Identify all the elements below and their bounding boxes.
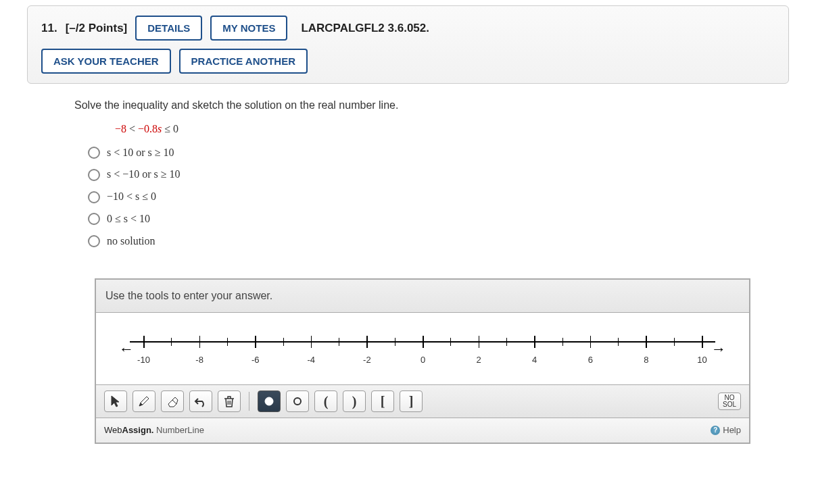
- numberline-footer: WebAssign. NumberLine ? Help: [96, 418, 749, 442]
- tool-erase-button[interactable]: [161, 390, 184, 412]
- answer-option-3[interactable]: −10 < s ≤ 0: [88, 187, 802, 207]
- answer-option-2[interactable]: s < −10 or s ≥ 10: [88, 165, 802, 184]
- answer-option-1[interactable]: s < 10 or s ≥ 10: [88, 143, 802, 163]
- tool-pointer-button[interactable]: [104, 390, 127, 412]
- answer-option-4[interactable]: 0 ≤ s < 10: [88, 209, 802, 229]
- radio-icon: [88, 169, 100, 181]
- answer-option-5[interactable]: no solution: [88, 232, 802, 251]
- radio-icon: [88, 213, 100, 225]
- numberline-header: Use the tools to enter your answer.: [96, 280, 749, 313]
- eraser-icon: [166, 395, 179, 408]
- tool-undo-button[interactable]: [189, 390, 212, 412]
- option-label: s < 10 or s ≥ 10: [107, 143, 174, 163]
- tick-label: -2: [363, 352, 371, 368]
- bracket-left-icon: [: [381, 389, 385, 413]
- open-point-icon: [291, 395, 304, 408]
- question-prompt: Solve the inequality and sketch the solu…: [74, 96, 802, 116]
- tick-label: 10: [697, 352, 706, 368]
- closed-point-icon: [262, 395, 276, 408]
- option-label: 0 ≤ s < 10: [107, 209, 150, 229]
- svg-point-1: [266, 398, 272, 405]
- tick-label: -10: [137, 352, 150, 368]
- inequality: −8 < −0.8s ≤ 0: [115, 120, 802, 139]
- help-button[interactable]: ? Help: [711, 422, 741, 438]
- tool-open-paren-left-button[interactable]: (: [314, 390, 337, 412]
- radio-icon: [88, 235, 100, 247]
- tick-label: 0: [421, 352, 425, 368]
- numberline-canvas[interactable]: ← → -10-8-6-4-20246810: [96, 313, 749, 384]
- radio-icon: [88, 147, 100, 159]
- question-header: 11. [–/2 Points] DETAILS MY NOTES LARCPA…: [27, 5, 789, 84]
- paren-left-icon: (: [324, 389, 329, 413]
- tick-label: -8: [195, 352, 203, 368]
- tick-label: 4: [532, 352, 537, 368]
- tick-label: 8: [644, 352, 648, 368]
- practice-another-button[interactable]: PRACTICE ANOTHER: [179, 49, 308, 74]
- tool-closed-point-button[interactable]: [258, 390, 281, 412]
- brand-label: WebAssign. NumberLine: [104, 422, 204, 438]
- tick-label: 6: [588, 352, 593, 368]
- tool-no-solution-button[interactable]: NO SOL: [718, 393, 741, 410]
- option-label: no solution: [107, 232, 155, 251]
- tool-closed-bracket-left-button[interactable]: [: [371, 390, 394, 412]
- svg-point-2: [294, 398, 301, 405]
- axis-arrow-left-icon: ←: [119, 336, 134, 363]
- answer-options: s < 10 or s ≥ 10 s < −10 or s ≥ 10 −10 <…: [88, 143, 802, 251]
- axis-arrow-right-icon: →: [711, 336, 726, 363]
- tool-draw-button[interactable]: [133, 390, 155, 412]
- tick-label: -4: [308, 352, 316, 368]
- option-label: s < −10 or s ≥ 10: [107, 165, 181, 184]
- tool-open-point-button[interactable]: [286, 390, 309, 412]
- tool-open-paren-right-button[interactable]: ): [343, 390, 366, 412]
- undo-icon: [194, 395, 208, 408]
- question-number: 11.: [41, 22, 57, 35]
- option-label: −10 < s ≤ 0: [107, 187, 156, 207]
- ask-teacher-button[interactable]: ASK YOUR TEACHER: [41, 49, 171, 74]
- pencil-icon: [137, 395, 151, 408]
- toolbar-separator: [249, 392, 249, 411]
- numberline-widget: Use the tools to enter your answer. ← → …: [95, 278, 750, 444]
- question-body: Solve the inequality and sketch the solu…: [74, 89, 802, 444]
- tick-label: -6: [251, 352, 260, 368]
- radio-icon: [88, 191, 100, 203]
- points-label: [–/2 Points]: [66, 22, 128, 35]
- paren-right-icon: ): [352, 389, 357, 413]
- help-icon: ?: [711, 426, 720, 435]
- numberline-toolbar: ( ) [ ] NO SOL: [96, 384, 749, 418]
- tool-closed-bracket-right-button[interactable]: ]: [400, 390, 423, 412]
- pointer-icon: [109, 395, 122, 408]
- book-reference: LARCPALGFL2 3.6.052.: [301, 22, 429, 35]
- my-notes-button[interactable]: MY NOTES: [210, 16, 287, 41]
- bracket-right-icon: ]: [409, 389, 414, 413]
- details-button[interactable]: DETAILS: [135, 16, 202, 41]
- tool-delete-button[interactable]: [218, 390, 241, 412]
- trash-icon: [222, 395, 236, 408]
- tick-label: 2: [476, 352, 481, 368]
